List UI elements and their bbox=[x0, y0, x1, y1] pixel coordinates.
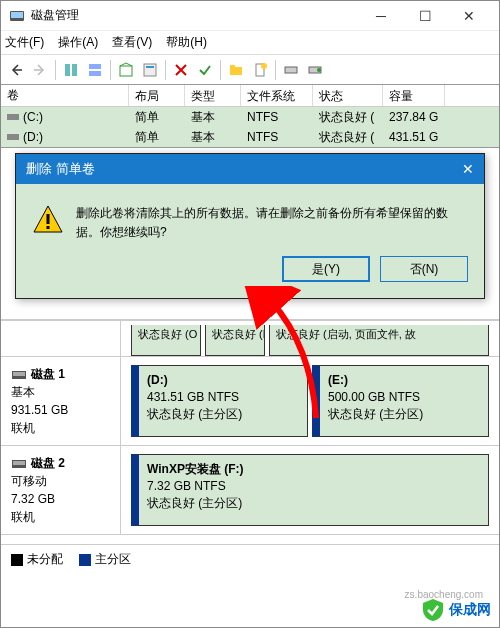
svg-rect-7 bbox=[144, 64, 156, 76]
partition-peek[interactable]: 状态良好 (E bbox=[205, 325, 265, 356]
svg-rect-10 bbox=[230, 65, 235, 68]
partition-peek[interactable]: 状态良好 (O bbox=[131, 325, 201, 356]
legend-swatch-unalloc bbox=[11, 554, 23, 566]
col-fs[interactable]: 文件系统 bbox=[241, 85, 313, 106]
svg-rect-1 bbox=[11, 12, 23, 18]
yes-button[interactable]: 是(Y) bbox=[282, 256, 370, 282]
no-button[interactable]: 否(N) bbox=[380, 256, 468, 282]
svg-rect-9 bbox=[230, 67, 242, 75]
col-status[interactable]: 状态 bbox=[313, 85, 383, 106]
removable-disk-icon bbox=[11, 456, 27, 472]
volume-row[interactable]: (C:) 简单 基本 NTFS 状态良好 ( 237.84 G bbox=[1, 107, 499, 127]
legend: 未分配 主分区 bbox=[1, 544, 499, 574]
watermark-url: zs.baocheng.com bbox=[405, 589, 483, 600]
drive-icon-1[interactable] bbox=[280, 59, 302, 81]
drive-icon bbox=[7, 111, 19, 123]
check-icon[interactable] bbox=[194, 59, 216, 81]
new-icon[interactable] bbox=[249, 59, 271, 81]
svg-rect-8 bbox=[146, 66, 154, 68]
disk0-peek: 状态良好 (O 状态良好 (E 状态良好 (启动, 页面文件, 故 bbox=[1, 320, 499, 356]
toolbar bbox=[1, 55, 499, 85]
drive-icon bbox=[7, 131, 19, 143]
svg-rect-21 bbox=[13, 461, 25, 465]
legend-swatch-primary bbox=[79, 554, 91, 566]
forward-button[interactable] bbox=[29, 59, 51, 81]
menu-action[interactable]: 操作(A) bbox=[58, 34, 98, 51]
vol-name: (C:) bbox=[23, 110, 43, 124]
close-button[interactable]: ✕ bbox=[447, 2, 491, 30]
delete-volume-dialog: 删除 简单卷 ✕ 删除此卷将清除其上的所有数据。请在删除之前备份所有希望保留的数… bbox=[15, 153, 485, 299]
svg-rect-2 bbox=[65, 64, 70, 76]
menu-help[interactable]: 帮助(H) bbox=[166, 34, 207, 51]
dialog-message: 删除此卷将清除其上的所有数据。请在删除之前备份所有希望保留的数据。你想继续吗? bbox=[76, 204, 468, 242]
svg-rect-22 bbox=[47, 214, 50, 224]
disk-info[interactable]: 磁盘 1 基本 931.51 GB 联机 bbox=[1, 357, 121, 445]
disk-2: 磁盘 2 可移动 7.32 GB 联机 WinXP安装盘 (F:) 7.32 G… bbox=[1, 445, 499, 534]
warning-icon bbox=[32, 204, 64, 236]
dialog-title-text: 删除 简单卷 bbox=[26, 160, 95, 178]
properties-icon[interactable] bbox=[139, 59, 161, 81]
delete-icon[interactable] bbox=[170, 59, 192, 81]
minimize-button[interactable]: ─ bbox=[359, 2, 403, 30]
svg-point-15 bbox=[317, 68, 321, 72]
volume-header: 卷 布局 类型 文件系统 状态 容量 bbox=[1, 85, 499, 107]
disk-icon bbox=[11, 367, 27, 383]
svg-rect-17 bbox=[7, 134, 19, 140]
vol-name: (D:) bbox=[23, 130, 43, 144]
menu-file[interactable]: 文件(F) bbox=[5, 34, 44, 51]
partition-e[interactable]: (E:) 500.00 GB NTFS 状态良好 (主分区) bbox=[312, 365, 489, 437]
disk-info[interactable]: 磁盘 2 可移动 7.32 GB 联机 bbox=[1, 446, 121, 534]
back-button[interactable] bbox=[5, 59, 27, 81]
svg-rect-3 bbox=[72, 64, 77, 76]
menu-view[interactable]: 查看(V) bbox=[112, 34, 152, 51]
maximize-button[interactable]: ☐ bbox=[403, 2, 447, 30]
partition-d[interactable]: (D:) 431.51 GB NTFS 状态良好 (主分区) bbox=[131, 365, 308, 437]
app-icon bbox=[9, 8, 25, 24]
svg-rect-4 bbox=[89, 64, 101, 69]
col-capacity[interactable]: 容量 bbox=[383, 85, 445, 106]
folder-icon[interactable] bbox=[225, 59, 247, 81]
svg-rect-16 bbox=[7, 114, 19, 120]
col-volume[interactable]: 卷 bbox=[1, 85, 129, 106]
volume-list: 卷 布局 类型 文件系统 状态 容量 (C:) 简单 基本 NTFS 状态良好 … bbox=[1, 85, 499, 148]
shield-icon bbox=[423, 599, 443, 621]
watermark: 保成网 bbox=[423, 599, 491, 621]
disk-1: 磁盘 1 基本 931.51 GB 联机 (D:) 431.51 GB NTFS… bbox=[1, 356, 499, 445]
dialog-titlebar: 删除 简单卷 ✕ bbox=[16, 154, 484, 184]
dialog-close-button[interactable]: ✕ bbox=[462, 161, 474, 177]
drive-icon-2[interactable] bbox=[304, 59, 326, 81]
toolbar-icon-2[interactable] bbox=[84, 59, 106, 81]
title-bar: 磁盘管理 ─ ☐ ✕ bbox=[1, 1, 499, 31]
svg-rect-19 bbox=[13, 372, 25, 376]
svg-rect-23 bbox=[47, 226, 50, 229]
toolbar-icon-1[interactable] bbox=[60, 59, 82, 81]
volume-row[interactable]: (D:) 简单 基本 NTFS 状态良好 ( 431.51 G bbox=[1, 127, 499, 147]
refresh-icon[interactable] bbox=[115, 59, 137, 81]
col-type[interactable]: 类型 bbox=[185, 85, 241, 106]
svg-point-12 bbox=[261, 63, 267, 69]
svg-rect-13 bbox=[285, 67, 297, 73]
window-title: 磁盘管理 bbox=[31, 7, 359, 24]
col-layout[interactable]: 布局 bbox=[129, 85, 185, 106]
svg-rect-6 bbox=[120, 66, 132, 76]
partition-f[interactable]: WinXP安装盘 (F:) 7.32 GB NTFS 状态良好 (主分区) bbox=[131, 454, 489, 526]
partition-peek[interactable]: 状态良好 (启动, 页面文件, 故 bbox=[269, 325, 489, 356]
svg-rect-5 bbox=[89, 71, 101, 76]
menu-bar: 文件(F) 操作(A) 查看(V) 帮助(H) bbox=[1, 31, 499, 55]
